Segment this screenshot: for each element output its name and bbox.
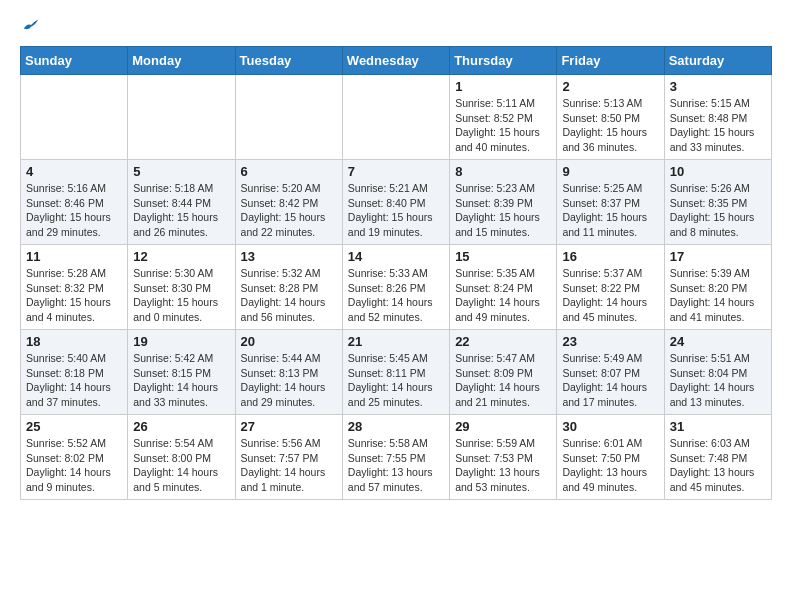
day-info: Sunrise: 5:42 AMSunset: 8:15 PMDaylight:…: [133, 351, 229, 410]
weekday-header-sunday: Sunday: [21, 47, 128, 75]
day-number: 25: [26, 419, 122, 434]
day-info: Sunrise: 5:40 AMSunset: 8:18 PMDaylight:…: [26, 351, 122, 410]
calendar-day-cell: 23Sunrise: 5:49 AMSunset: 8:07 PMDayligh…: [557, 330, 664, 415]
calendar-day-cell: 8Sunrise: 5:23 AMSunset: 8:39 PMDaylight…: [450, 160, 557, 245]
day-info: Sunrise: 5:59 AMSunset: 7:53 PMDaylight:…: [455, 436, 551, 495]
calendar-day-cell: 19Sunrise: 5:42 AMSunset: 8:15 PMDayligh…: [128, 330, 235, 415]
day-number: 8: [455, 164, 551, 179]
day-number: 19: [133, 334, 229, 349]
calendar-day-cell: 24Sunrise: 5:51 AMSunset: 8:04 PMDayligh…: [664, 330, 771, 415]
calendar-day-cell: 1Sunrise: 5:11 AMSunset: 8:52 PMDaylight…: [450, 75, 557, 160]
day-info: Sunrise: 5:33 AMSunset: 8:26 PMDaylight:…: [348, 266, 444, 325]
day-number: 31: [670, 419, 766, 434]
calendar-day-cell: [235, 75, 342, 160]
day-number: 20: [241, 334, 337, 349]
calendar-day-cell: 2Sunrise: 5:13 AMSunset: 8:50 PMDaylight…: [557, 75, 664, 160]
day-info: Sunrise: 5:45 AMSunset: 8:11 PMDaylight:…: [348, 351, 444, 410]
day-number: 23: [562, 334, 658, 349]
calendar-day-cell: 28Sunrise: 5:58 AMSunset: 7:55 PMDayligh…: [342, 415, 449, 500]
calendar-day-cell: 31Sunrise: 6:03 AMSunset: 7:48 PMDayligh…: [664, 415, 771, 500]
calendar-day-cell: 12Sunrise: 5:30 AMSunset: 8:30 PMDayligh…: [128, 245, 235, 330]
weekday-header-wednesday: Wednesday: [342, 47, 449, 75]
day-number: 16: [562, 249, 658, 264]
calendar-day-cell: 9Sunrise: 5:25 AMSunset: 8:37 PMDaylight…: [557, 160, 664, 245]
calendar-day-cell: [342, 75, 449, 160]
day-info: Sunrise: 5:47 AMSunset: 8:09 PMDaylight:…: [455, 351, 551, 410]
calendar-day-cell: 14Sunrise: 5:33 AMSunset: 8:26 PMDayligh…: [342, 245, 449, 330]
calendar-week-row: 11Sunrise: 5:28 AMSunset: 8:32 PMDayligh…: [21, 245, 772, 330]
day-info: Sunrise: 5:49 AMSunset: 8:07 PMDaylight:…: [562, 351, 658, 410]
day-number: 1: [455, 79, 551, 94]
day-number: 15: [455, 249, 551, 264]
day-number: 4: [26, 164, 122, 179]
calendar-day-cell: 17Sunrise: 5:39 AMSunset: 8:20 PMDayligh…: [664, 245, 771, 330]
day-info: Sunrise: 5:54 AMSunset: 8:00 PMDaylight:…: [133, 436, 229, 495]
weekday-header-monday: Monday: [128, 47, 235, 75]
header: [20, 16, 772, 36]
day-info: Sunrise: 5:35 AMSunset: 8:24 PMDaylight:…: [455, 266, 551, 325]
day-info: Sunrise: 5:56 AMSunset: 7:57 PMDaylight:…: [241, 436, 337, 495]
day-number: 9: [562, 164, 658, 179]
weekday-header-row: SundayMondayTuesdayWednesdayThursdayFrid…: [21, 47, 772, 75]
day-info: Sunrise: 5:39 AMSunset: 8:20 PMDaylight:…: [670, 266, 766, 325]
calendar-day-cell: [128, 75, 235, 160]
day-number: 5: [133, 164, 229, 179]
calendar-week-row: 25Sunrise: 5:52 AMSunset: 8:02 PMDayligh…: [21, 415, 772, 500]
day-number: 30: [562, 419, 658, 434]
day-info: Sunrise: 5:18 AMSunset: 8:44 PMDaylight:…: [133, 181, 229, 240]
weekday-header-tuesday: Tuesday: [235, 47, 342, 75]
calendar-week-row: 18Sunrise: 5:40 AMSunset: 8:18 PMDayligh…: [21, 330, 772, 415]
day-info: Sunrise: 5:16 AMSunset: 8:46 PMDaylight:…: [26, 181, 122, 240]
calendar-day-cell: 25Sunrise: 5:52 AMSunset: 8:02 PMDayligh…: [21, 415, 128, 500]
day-info: Sunrise: 5:23 AMSunset: 8:39 PMDaylight:…: [455, 181, 551, 240]
day-number: 21: [348, 334, 444, 349]
day-info: Sunrise: 6:03 AMSunset: 7:48 PMDaylight:…: [670, 436, 766, 495]
day-number: 7: [348, 164, 444, 179]
day-number: 6: [241, 164, 337, 179]
day-info: Sunrise: 5:37 AMSunset: 8:22 PMDaylight:…: [562, 266, 658, 325]
day-number: 24: [670, 334, 766, 349]
day-info: Sunrise: 5:52 AMSunset: 8:02 PMDaylight:…: [26, 436, 122, 495]
calendar-day-cell: 30Sunrise: 6:01 AMSunset: 7:50 PMDayligh…: [557, 415, 664, 500]
calendar-week-row: 4Sunrise: 5:16 AMSunset: 8:46 PMDaylight…: [21, 160, 772, 245]
calendar-day-cell: 27Sunrise: 5:56 AMSunset: 7:57 PMDayligh…: [235, 415, 342, 500]
day-info: Sunrise: 5:11 AMSunset: 8:52 PMDaylight:…: [455, 96, 551, 155]
calendar-day-cell: 3Sunrise: 5:15 AMSunset: 8:48 PMDaylight…: [664, 75, 771, 160]
calendar-table: SundayMondayTuesdayWednesdayThursdayFrid…: [20, 46, 772, 500]
day-info: Sunrise: 5:30 AMSunset: 8:30 PMDaylight:…: [133, 266, 229, 325]
day-info: Sunrise: 5:20 AMSunset: 8:42 PMDaylight:…: [241, 181, 337, 240]
day-info: Sunrise: 5:32 AMSunset: 8:28 PMDaylight:…: [241, 266, 337, 325]
logo: [20, 16, 40, 36]
calendar-day-cell: 4Sunrise: 5:16 AMSunset: 8:46 PMDaylight…: [21, 160, 128, 245]
weekday-header-friday: Friday: [557, 47, 664, 75]
day-info: Sunrise: 5:21 AMSunset: 8:40 PMDaylight:…: [348, 181, 444, 240]
day-number: 27: [241, 419, 337, 434]
day-number: 26: [133, 419, 229, 434]
calendar-week-row: 1Sunrise: 5:11 AMSunset: 8:52 PMDaylight…: [21, 75, 772, 160]
weekday-header-saturday: Saturday: [664, 47, 771, 75]
day-info: Sunrise: 5:26 AMSunset: 8:35 PMDaylight:…: [670, 181, 766, 240]
weekday-header-thursday: Thursday: [450, 47, 557, 75]
day-info: Sunrise: 5:51 AMSunset: 8:04 PMDaylight:…: [670, 351, 766, 410]
calendar-day-cell: 20Sunrise: 5:44 AMSunset: 8:13 PMDayligh…: [235, 330, 342, 415]
calendar-day-cell: 6Sunrise: 5:20 AMSunset: 8:42 PMDaylight…: [235, 160, 342, 245]
day-info: Sunrise: 6:01 AMSunset: 7:50 PMDaylight:…: [562, 436, 658, 495]
calendar-day-cell: 18Sunrise: 5:40 AMSunset: 8:18 PMDayligh…: [21, 330, 128, 415]
calendar-day-cell: 11Sunrise: 5:28 AMSunset: 8:32 PMDayligh…: [21, 245, 128, 330]
day-number: 13: [241, 249, 337, 264]
day-number: 2: [562, 79, 658, 94]
calendar-day-cell: 15Sunrise: 5:35 AMSunset: 8:24 PMDayligh…: [450, 245, 557, 330]
day-number: 12: [133, 249, 229, 264]
calendar-day-cell: 21Sunrise: 5:45 AMSunset: 8:11 PMDayligh…: [342, 330, 449, 415]
day-number: 11: [26, 249, 122, 264]
day-number: 10: [670, 164, 766, 179]
day-info: Sunrise: 5:44 AMSunset: 8:13 PMDaylight:…: [241, 351, 337, 410]
calendar-day-cell: 29Sunrise: 5:59 AMSunset: 7:53 PMDayligh…: [450, 415, 557, 500]
calendar-day-cell: 7Sunrise: 5:21 AMSunset: 8:40 PMDaylight…: [342, 160, 449, 245]
calendar-day-cell: 10Sunrise: 5:26 AMSunset: 8:35 PMDayligh…: [664, 160, 771, 245]
day-number: 14: [348, 249, 444, 264]
logo-bird-icon: [22, 16, 40, 34]
calendar-day-cell: 16Sunrise: 5:37 AMSunset: 8:22 PMDayligh…: [557, 245, 664, 330]
day-info: Sunrise: 5:58 AMSunset: 7:55 PMDaylight:…: [348, 436, 444, 495]
day-number: 17: [670, 249, 766, 264]
